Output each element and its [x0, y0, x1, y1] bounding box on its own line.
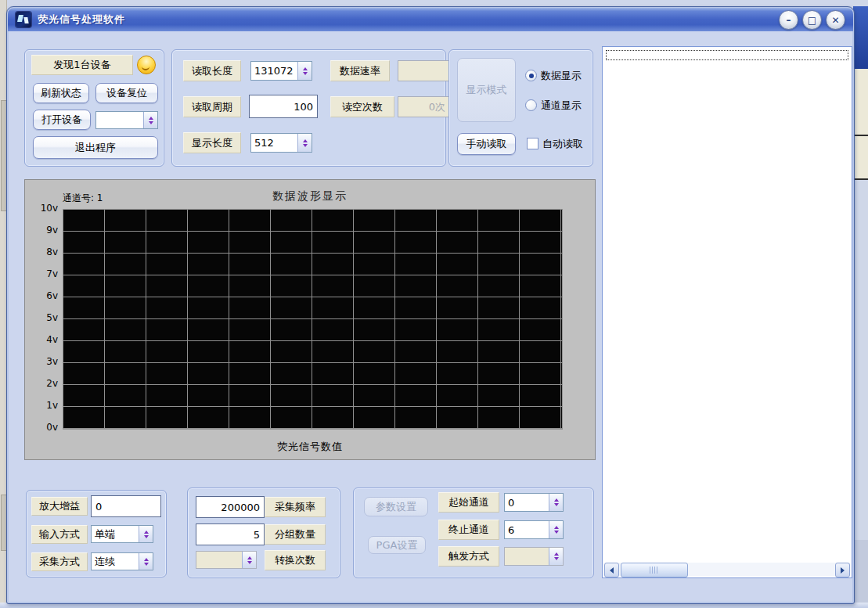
stop-channel-label: 终止通道: [438, 520, 499, 540]
sample-mode-combo[interactable]: 连续: [91, 552, 153, 570]
channel-display-label[interactable]: 通道显示: [541, 99, 582, 113]
convert-count-combo: [196, 551, 257, 569]
chart-x-label: 荧光信号数值: [25, 440, 595, 454]
waveform-chart-panel: 数据波形显示 通道号: 1 10v 9v 8v 7v 6v 5v 4v 3v 2…: [24, 179, 596, 460]
exit-program-button[interactable]: 退出程序: [33, 136, 158, 159]
refresh-status-button[interactable]: 刷新状态: [33, 83, 89, 103]
background-window-right: [853, 0, 868, 608]
y-tick: 6v: [30, 290, 58, 302]
spinner-icon: [549, 548, 563, 565]
read-length-label: 读取长度: [183, 60, 241, 81]
background-panel: [853, 69, 868, 136]
device-reset-button[interactable]: 设备复位: [95, 83, 158, 103]
data-rate-label: 数据速率: [330, 60, 390, 81]
maximize-button[interactable]: □: [802, 10, 822, 30]
convert-count-value: [196, 552, 242, 568]
arrow-left-icon: [610, 567, 614, 574]
channel-panel: 参数设置 PGA设置 起始通道 0 终止通道 6 触发方式: [353, 487, 594, 578]
group-count-label: 分组数量: [265, 524, 326, 545]
gain-label: 放大增益: [31, 497, 88, 516]
close-icon: ✕: [831, 16, 839, 25]
device-panel: 发现1台设备 刷新状态 设备复位 打开设备 退出程序: [24, 49, 164, 167]
input-mode-combo[interactable]: 单端: [91, 525, 153, 543]
start-channel-value: 0: [505, 494, 549, 511]
maximize-icon: □: [808, 16, 816, 25]
open-device-button[interactable]: 打开设备: [33, 110, 91, 130]
read-period-label: 读取周期: [183, 96, 241, 117]
spinner-icon[interactable]: [549, 521, 563, 538]
data-display-label[interactable]: 数据显示: [541, 69, 582, 83]
spinner-icon[interactable]: [549, 494, 563, 511]
app-window: 荧光信号处理软件 – □ ✕ 发现1台设备 刷新状态 设备复位 打开设备 退出程…: [6, 6, 855, 604]
frequency-panel: 200000 采集频率 5 分组数量 转换次数: [187, 487, 340, 578]
spinner-icon[interactable]: [139, 553, 153, 570]
trigger-mode-label: 触发方式: [438, 546, 499, 567]
chart-title: 数据波形显示: [25, 189, 595, 203]
trigger-mode-combo: [504, 547, 564, 566]
read-length-value: 131072: [251, 62, 297, 80]
start-channel-label: 起始通道: [438, 492, 499, 513]
trigger-mode-value: [505, 548, 549, 565]
display-length-value: 512: [251, 134, 297, 152]
desktop: 荧光信号处理软件 – □ ✕ 发现1台设备 刷新状态 设备复位 打开设备 退出程…: [0, 0, 868, 608]
read-length-combo[interactable]: 131072: [250, 61, 312, 81]
app-icon: [16, 12, 31, 27]
y-tick: 1v: [30, 400, 58, 412]
auto-read-checkbox[interactable]: [527, 138, 538, 149]
list-focus-rect: [606, 50, 848, 60]
y-tick: 3v: [30, 356, 58, 368]
y-tick: 8v: [30, 246, 58, 258]
display-length-label: 显示长度: [183, 132, 241, 153]
device-select-combo[interactable]: [95, 111, 158, 129]
manual-read-button[interactable]: 手动读取: [457, 133, 516, 155]
device-select-value: [96, 112, 143, 128]
gain-input[interactable]: 0: [91, 495, 161, 517]
sample-rate-input[interactable]: 200000: [196, 496, 265, 518]
display-panel: 显示模式 数据显示 通道显示 手动读取 自动读取: [448, 49, 593, 167]
arrow-right-icon: [841, 567, 845, 574]
spinner-icon[interactable]: [297, 134, 312, 152]
y-tick: 9v: [30, 225, 58, 236]
channel-display-radio[interactable]: [525, 99, 537, 111]
close-button[interactable]: ✕: [826, 10, 845, 30]
scroll-right-button[interactable]: [835, 563, 850, 577]
device-status-field: 发现1台设备: [31, 55, 133, 75]
empty-read-label: 读空次数: [330, 96, 394, 117]
channel-number-label: 通道号: 1: [63, 192, 103, 205]
scrollbar-thumb[interactable]: [621, 563, 688, 577]
acquire-panel: 读取长度 131072 数据速率 读取周期 100 读空次数 0次 显示长度 5…: [171, 49, 446, 167]
sample-rate-label: 采集频率: [265, 497, 326, 517]
input-mode-label: 输入方式: [31, 525, 88, 544]
group-count-input[interactable]: 5: [196, 523, 265, 545]
sample-mode-label: 采集方式: [31, 552, 88, 571]
spinner-icon[interactable]: [143, 112, 157, 128]
stop-channel-combo[interactable]: 6: [504, 520, 564, 539]
titlebar[interactable]: 荧光信号处理软件 – □ ✕: [8, 8, 853, 31]
gain-panel: 放大增益 0 输入方式 单端 采集方式 连续: [26, 490, 167, 577]
data-rate-field: [398, 60, 450, 81]
stop-channel-value: 6: [505, 521, 549, 538]
background-panel: [853, 540, 868, 608]
start-channel-combo[interactable]: 0: [504, 493, 564, 512]
y-tick: 5v: [30, 312, 58, 324]
minimize-button[interactable]: –: [779, 10, 798, 30]
display-length-combo[interactable]: 512: [250, 133, 312, 153]
horizontal-scrollbar[interactable]: [604, 563, 850, 576]
background-titlebar: [853, 6, 868, 69]
scroll-left-button[interactable]: [604, 563, 619, 577]
background-panel: [853, 136, 868, 180]
spinner-icon[interactable]: [139, 526, 153, 542]
data-display-radio[interactable]: [525, 70, 537, 81]
spinner-icon: [242, 552, 256, 568]
spinner-icon[interactable]: [297, 62, 312, 80]
y-tick: 10v: [30, 203, 58, 214]
data-list-box[interactable]: [602, 46, 852, 578]
y-tick: 7v: [30, 268, 58, 280]
y-tick: 2v: [30, 378, 58, 390]
y-tick: 4v: [30, 334, 58, 346]
waveform-plot-area: [63, 209, 563, 430]
window-title: 荧光信号处理软件: [38, 13, 125, 27]
read-period-input[interactable]: 100: [249, 95, 318, 118]
minimize-icon: –: [787, 16, 791, 25]
auto-read-label[interactable]: 自动读取: [542, 137, 583, 151]
